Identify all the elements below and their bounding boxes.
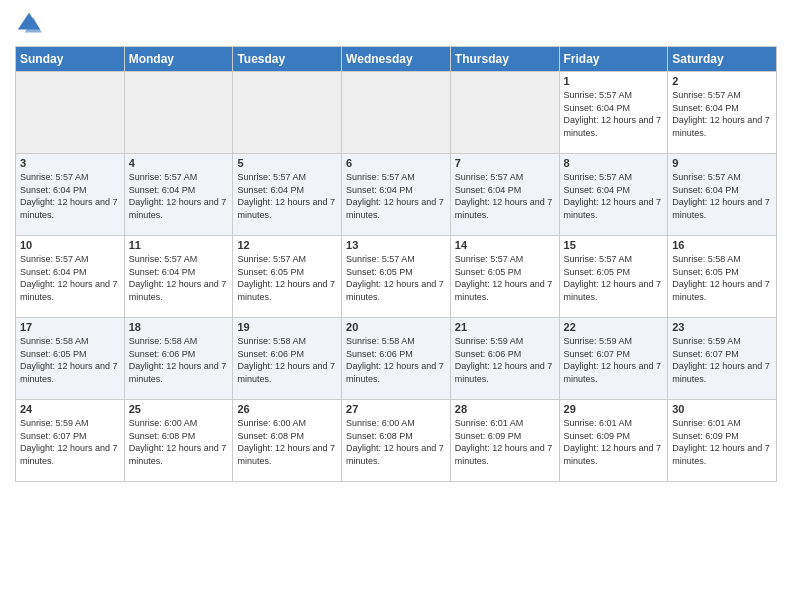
calendar-cell: 27Sunrise: 6:00 AM Sunset: 6:08 PM Dayli…: [342, 400, 451, 482]
day-info: Sunrise: 5:57 AM Sunset: 6:04 PM Dayligh…: [346, 171, 446, 221]
day-number: 1: [564, 75, 664, 87]
weekday-header: Wednesday: [342, 47, 451, 72]
calendar-cell: [124, 72, 233, 154]
day-info: Sunrise: 5:57 AM Sunset: 6:05 PM Dayligh…: [564, 253, 664, 303]
day-number: 11: [129, 239, 229, 251]
weekday-header: Monday: [124, 47, 233, 72]
day-info: Sunrise: 5:59 AM Sunset: 6:07 PM Dayligh…: [564, 335, 664, 385]
day-info: Sunrise: 5:58 AM Sunset: 6:06 PM Dayligh…: [346, 335, 446, 385]
day-number: 10: [20, 239, 120, 251]
day-info: Sunrise: 6:01 AM Sunset: 6:09 PM Dayligh…: [564, 417, 664, 467]
logo-icon: [15, 10, 43, 38]
day-info: Sunrise: 5:58 AM Sunset: 6:06 PM Dayligh…: [237, 335, 337, 385]
weekday-header: Friday: [559, 47, 668, 72]
day-info: Sunrise: 5:59 AM Sunset: 6:07 PM Dayligh…: [20, 417, 120, 467]
calendar-header-row: SundayMondayTuesdayWednesdayThursdayFrid…: [16, 47, 777, 72]
day-info: Sunrise: 5:57 AM Sunset: 6:05 PM Dayligh…: [455, 253, 555, 303]
day-number: 4: [129, 157, 229, 169]
calendar-cell: 16Sunrise: 5:58 AM Sunset: 6:05 PM Dayli…: [668, 236, 777, 318]
day-info: Sunrise: 6:01 AM Sunset: 6:09 PM Dayligh…: [455, 417, 555, 467]
calendar-cell: 15Sunrise: 5:57 AM Sunset: 6:05 PM Dayli…: [559, 236, 668, 318]
day-info: Sunrise: 6:00 AM Sunset: 6:08 PM Dayligh…: [237, 417, 337, 467]
day-number: 18: [129, 321, 229, 333]
calendar-cell: [233, 72, 342, 154]
calendar-cell: 17Sunrise: 5:58 AM Sunset: 6:05 PM Dayli…: [16, 318, 125, 400]
calendar-row: 3Sunrise: 5:57 AM Sunset: 6:04 PM Daylig…: [16, 154, 777, 236]
day-number: 30: [672, 403, 772, 415]
day-info: Sunrise: 5:58 AM Sunset: 6:05 PM Dayligh…: [20, 335, 120, 385]
calendar-cell: 23Sunrise: 5:59 AM Sunset: 6:07 PM Dayli…: [668, 318, 777, 400]
calendar-cell: 21Sunrise: 5:59 AM Sunset: 6:06 PM Dayli…: [450, 318, 559, 400]
weekday-header: Tuesday: [233, 47, 342, 72]
day-number: 6: [346, 157, 446, 169]
calendar-cell: [16, 72, 125, 154]
day-info: Sunrise: 6:00 AM Sunset: 6:08 PM Dayligh…: [346, 417, 446, 467]
day-number: 29: [564, 403, 664, 415]
day-number: 14: [455, 239, 555, 251]
day-number: 16: [672, 239, 772, 251]
calendar-row: 17Sunrise: 5:58 AM Sunset: 6:05 PM Dayli…: [16, 318, 777, 400]
calendar-cell: 6Sunrise: 5:57 AM Sunset: 6:04 PM Daylig…: [342, 154, 451, 236]
calendar-cell: 13Sunrise: 5:57 AM Sunset: 6:05 PM Dayli…: [342, 236, 451, 318]
day-info: Sunrise: 5:59 AM Sunset: 6:06 PM Dayligh…: [455, 335, 555, 385]
day-number: 15: [564, 239, 664, 251]
calendar-cell: 19Sunrise: 5:58 AM Sunset: 6:06 PM Dayli…: [233, 318, 342, 400]
day-info: Sunrise: 5:59 AM Sunset: 6:07 PM Dayligh…: [672, 335, 772, 385]
calendar-table: SundayMondayTuesdayWednesdayThursdayFrid…: [15, 46, 777, 482]
calendar-cell: 11Sunrise: 5:57 AM Sunset: 6:04 PM Dayli…: [124, 236, 233, 318]
calendar-cell: 20Sunrise: 5:58 AM Sunset: 6:06 PM Dayli…: [342, 318, 451, 400]
day-number: 12: [237, 239, 337, 251]
day-info: Sunrise: 5:57 AM Sunset: 6:04 PM Dayligh…: [129, 253, 229, 303]
calendar-cell: [342, 72, 451, 154]
page: SundayMondayTuesdayWednesdayThursdayFrid…: [0, 0, 792, 612]
day-number: 8: [564, 157, 664, 169]
calendar-cell: 12Sunrise: 5:57 AM Sunset: 6:05 PM Dayli…: [233, 236, 342, 318]
calendar-cell: 30Sunrise: 6:01 AM Sunset: 6:09 PM Dayli…: [668, 400, 777, 482]
day-number: 25: [129, 403, 229, 415]
calendar-cell: 18Sunrise: 5:58 AM Sunset: 6:06 PM Dayli…: [124, 318, 233, 400]
day-info: Sunrise: 5:57 AM Sunset: 6:04 PM Dayligh…: [564, 171, 664, 221]
day-number: 23: [672, 321, 772, 333]
calendar-cell: 7Sunrise: 5:57 AM Sunset: 6:04 PM Daylig…: [450, 154, 559, 236]
day-info: Sunrise: 5:57 AM Sunset: 6:05 PM Dayligh…: [346, 253, 446, 303]
weekday-header: Sunday: [16, 47, 125, 72]
day-info: Sunrise: 5:57 AM Sunset: 6:04 PM Dayligh…: [20, 171, 120, 221]
calendar-row: 10Sunrise: 5:57 AM Sunset: 6:04 PM Dayli…: [16, 236, 777, 318]
logo: [15, 10, 47, 38]
day-info: Sunrise: 5:58 AM Sunset: 6:05 PM Dayligh…: [672, 253, 772, 303]
calendar-cell: 26Sunrise: 6:00 AM Sunset: 6:08 PM Dayli…: [233, 400, 342, 482]
day-number: 26: [237, 403, 337, 415]
calendar-cell: 28Sunrise: 6:01 AM Sunset: 6:09 PM Dayli…: [450, 400, 559, 482]
day-info: Sunrise: 6:00 AM Sunset: 6:08 PM Dayligh…: [129, 417, 229, 467]
calendar-cell: [450, 72, 559, 154]
calendar-row: 24Sunrise: 5:59 AM Sunset: 6:07 PM Dayli…: [16, 400, 777, 482]
day-info: Sunrise: 5:57 AM Sunset: 6:04 PM Dayligh…: [129, 171, 229, 221]
day-info: Sunrise: 5:57 AM Sunset: 6:04 PM Dayligh…: [672, 89, 772, 139]
day-info: Sunrise: 5:57 AM Sunset: 6:05 PM Dayligh…: [237, 253, 337, 303]
calendar-cell: 2Sunrise: 5:57 AM Sunset: 6:04 PM Daylig…: [668, 72, 777, 154]
day-number: 20: [346, 321, 446, 333]
day-info: Sunrise: 5:57 AM Sunset: 6:04 PM Dayligh…: [564, 89, 664, 139]
calendar-cell: 22Sunrise: 5:59 AM Sunset: 6:07 PM Dayli…: [559, 318, 668, 400]
day-number: 27: [346, 403, 446, 415]
weekday-header: Thursday: [450, 47, 559, 72]
calendar-cell: 29Sunrise: 6:01 AM Sunset: 6:09 PM Dayli…: [559, 400, 668, 482]
calendar-row: 1Sunrise: 5:57 AM Sunset: 6:04 PM Daylig…: [16, 72, 777, 154]
calendar-cell: 5Sunrise: 5:57 AM Sunset: 6:04 PM Daylig…: [233, 154, 342, 236]
day-number: 19: [237, 321, 337, 333]
day-number: 9: [672, 157, 772, 169]
calendar-cell: 8Sunrise: 5:57 AM Sunset: 6:04 PM Daylig…: [559, 154, 668, 236]
calendar-cell: 24Sunrise: 5:59 AM Sunset: 6:07 PM Dayli…: [16, 400, 125, 482]
weekday-header: Saturday: [668, 47, 777, 72]
header: [15, 10, 777, 38]
day-number: 2: [672, 75, 772, 87]
day-number: 24: [20, 403, 120, 415]
day-number: 22: [564, 321, 664, 333]
day-number: 13: [346, 239, 446, 251]
day-number: 17: [20, 321, 120, 333]
day-number: 7: [455, 157, 555, 169]
day-info: Sunrise: 5:57 AM Sunset: 6:04 PM Dayligh…: [20, 253, 120, 303]
day-number: 3: [20, 157, 120, 169]
day-info: Sunrise: 5:57 AM Sunset: 6:04 PM Dayligh…: [455, 171, 555, 221]
day-number: 21: [455, 321, 555, 333]
